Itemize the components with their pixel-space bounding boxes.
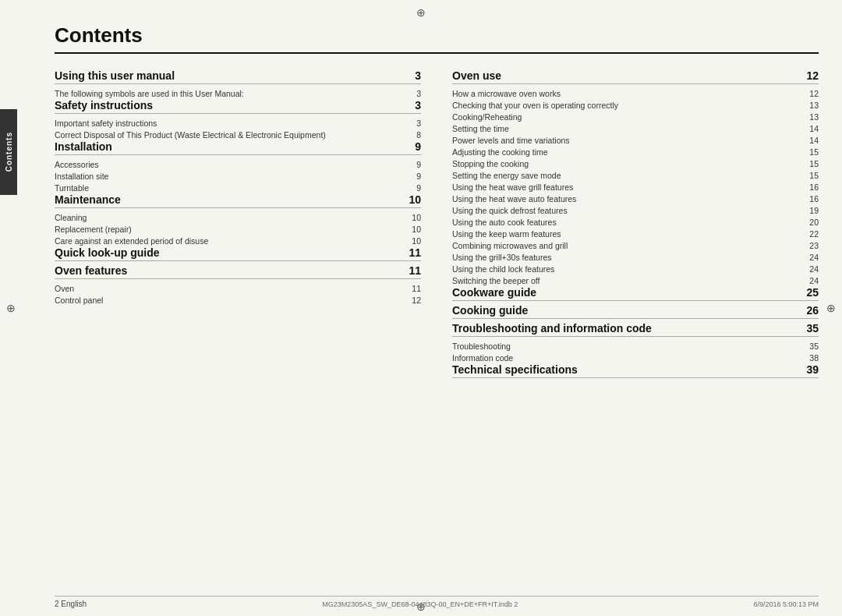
section-page-number: 11 — [409, 246, 421, 259]
toc-item-label: Control panel — [55, 296, 103, 305]
section-title: Maintenance — [55, 193, 121, 206]
section-heading: Safety instructions3 — [55, 99, 421, 114]
toc-item-page: 35 — [803, 342, 819, 351]
toc-item-label: Care against an extended period of disus… — [55, 236, 208, 246]
toc-item: Using the grill+30s features24 — [452, 251, 819, 263]
section-page-number: 25 — [806, 286, 819, 299]
toc-item-page: 14 — [803, 136, 819, 145]
toc-item-label: Information code — [452, 353, 513, 363]
toc-item: The following symbols are used in this U… — [55, 87, 421, 99]
toc-item: Important safety instructions3 — [55, 117, 421, 129]
toc-item-label: Adjusting the cooking time — [452, 147, 548, 157]
toc-item-page: 16 — [803, 194, 819, 204]
side-tab-label: Contents — [5, 132, 13, 172]
toc-item-label: Using the heat wave grill features — [452, 182, 573, 192]
section-heading: Using this user manual3 — [55, 69, 421, 84]
section-page-number: 3 — [415, 99, 421, 112]
side-tab: Contents — [0, 109, 17, 195]
toc-item-page: 23 — [803, 241, 819, 250]
section-title: Technical specifications — [452, 363, 578, 376]
section-title: Oven features — [55, 264, 127, 277]
toc-item-page: 24 — [803, 253, 819, 262]
toc-section: Using this user manual3The following sym… — [55, 69, 421, 99]
toc-item-page: 3 — [405, 89, 421, 98]
toc-item: Accessories9 — [55, 158, 421, 170]
toc-item: Using the heat wave auto features16 — [452, 193, 819, 204]
toc-item-page: 10 — [405, 236, 421, 246]
toc-item-label: Using the child lock features — [452, 264, 554, 274]
toc-item-page: 9 — [405, 160, 421, 169]
toc-item-page: 38 — [803, 353, 819, 363]
toc-item-page: 13 — [803, 101, 819, 110]
section-heading: Installation9 — [55, 140, 421, 155]
toc-item: Setting the energy save mode15 — [452, 169, 819, 181]
toc-item-label: Turntable — [55, 183, 89, 193]
section-page-number: 12 — [806, 69, 819, 82]
section-title: Troubleshooting and information code — [452, 322, 652, 335]
toc-item-label: Stopping the cooking — [452, 159, 529, 168]
footer: 2 English MG23M2305AS_SW_DE68-04483Q-00_… — [55, 596, 819, 608]
section-title: Cooking guide — [452, 304, 528, 317]
toc-item-page: 12 — [405, 296, 421, 305]
toc-item-label: Cleaning — [55, 213, 87, 222]
toc-item-label: Switching the beeper off — [452, 276, 540, 285]
toc-section: Oven features11Oven11Control panel12 — [55, 264, 421, 306]
toc-item-page: 15 — [803, 147, 819, 157]
toc-item-page: 24 — [803, 276, 819, 285]
main-content: Contents Using this user manual3The foll… — [55, 23, 819, 585]
left-crosshair-icon: ⊕ — [6, 302, 16, 314]
toc-item-label: Installation site — [55, 172, 108, 181]
toc-item-label: Setting the time — [452, 124, 509, 133]
right-column: Oven use12How a microwave oven works12Ch… — [452, 69, 819, 381]
section-heading: Troubleshooting and information code35 — [452, 322, 819, 337]
toc-item-page: 9 — [405, 172, 421, 181]
toc-item: Using the auto cook features20 — [452, 216, 819, 228]
content-columns: Using this user manual3The following sym… — [55, 69, 819, 381]
toc-item: Control panel12 — [55, 294, 421, 306]
toc-item-label: Oven — [55, 284, 74, 293]
footer-file-info: MG23M2305AS_SW_DE68-04483Q-00_EN+DE+FR+I… — [322, 600, 518, 608]
toc-item-label: Accessories — [55, 160, 99, 169]
toc-item-page: 14 — [803, 124, 819, 133]
toc-item-page: 22 — [803, 229, 819, 239]
toc-item-label: Power levels and time variations — [452, 136, 570, 145]
toc-item-page: 15 — [803, 159, 819, 168]
section-page-number: 11 — [409, 264, 421, 277]
toc-item: Correct Disposal of This Product (Waste … — [55, 129, 421, 140]
section-heading: Technical specifications39 — [452, 363, 819, 378]
title-divider — [55, 52, 819, 54]
toc-section: Quick look-up guide11 — [55, 246, 421, 261]
footer-page-label: 2 English — [55, 600, 87, 608]
toc-item-page: 12 — [803, 89, 819, 98]
toc-item: Using the quick defrost features19 — [452, 204, 819, 216]
section-page-number: 3 — [415, 69, 421, 82]
section-page-number: 26 — [806, 304, 819, 317]
section-heading: Oven features11 — [55, 264, 421, 279]
toc-item-page: 15 — [803, 171, 819, 180]
section-title: Oven use — [452, 69, 501, 82]
toc-item: Replacement (repair)10 — [55, 223, 421, 235]
toc-item: Troubleshooting35 — [452, 340, 819, 352]
toc-item: Setting the time14 — [452, 122, 819, 134]
toc-item-label: Setting the energy save mode — [452, 171, 561, 180]
section-page-number: 9 — [415, 140, 421, 153]
toc-item: Power levels and time variations14 — [452, 134, 819, 146]
toc-item-page: 8 — [405, 130, 421, 140]
toc-item-label: Replacement (repair) — [55, 225, 132, 234]
toc-item-label: Using the quick defrost features — [452, 206, 568, 215]
toc-item-label: Using the heat wave auto features — [452, 194, 576, 204]
toc-item-label: Combining microwaves and grill — [452, 241, 568, 250]
toc-item: Using the keep warm features22 — [452, 228, 819, 239]
section-heading: Quick look-up guide11 — [55, 246, 421, 261]
toc-section: Maintenance10Cleaning10Replacement (repa… — [55, 193, 421, 246]
toc-item: Using the heat wave grill features16 — [452, 181, 819, 193]
toc-item-label: Important safety instructions — [55, 119, 157, 128]
section-title: Installation — [55, 140, 112, 153]
toc-item: Switching the beeper off24 — [452, 274, 819, 286]
toc-item: Information code38 — [452, 352, 819, 363]
toc-item-page: 16 — [803, 182, 819, 192]
toc-item: Cooking/Reheating13 — [452, 111, 819, 122]
section-heading: Cookware guide25 — [452, 286, 819, 301]
toc-item: How a microwave oven works12 — [452, 87, 819, 99]
page: ⊕ ⊕ ⊕ ⊕ Contents Contents Using this use… — [0, 0, 842, 616]
